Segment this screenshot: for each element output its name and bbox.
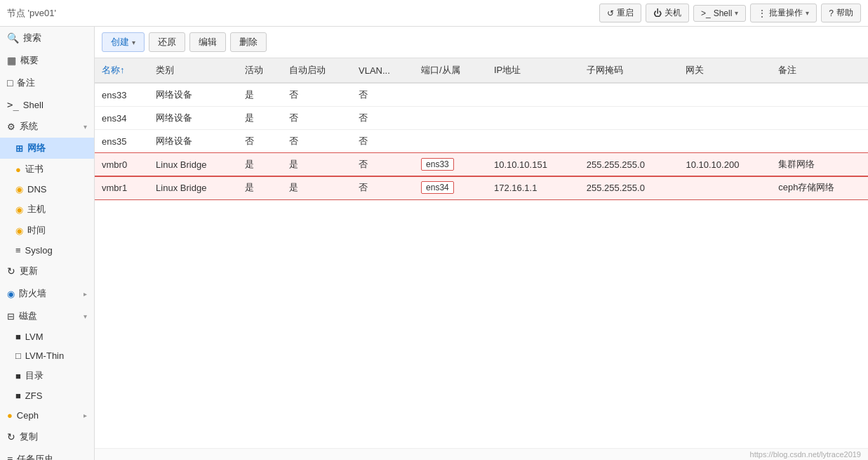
col-type[interactable]: 类别 bbox=[149, 58, 238, 83]
sidebar-label-zfs: ZFS bbox=[25, 390, 43, 401]
sidebar-item-ceph[interactable]: ● Ceph ▸ bbox=[0, 405, 94, 426]
cell-comment: ceph存储网络 bbox=[771, 176, 868, 199]
col-gateway[interactable]: 网关 bbox=[679, 58, 771, 83]
cell-vlan: 否 bbox=[352, 176, 414, 199]
col-autostart[interactable]: 自动启动 bbox=[282, 58, 352, 83]
shutdown-button[interactable]: ⏻ 关机 bbox=[646, 4, 689, 22]
ceph-expand-arrow: ▸ bbox=[84, 412, 87, 419]
sidebar-item-dns[interactable]: ◉ DNS bbox=[0, 180, 94, 199]
col-subnet[interactable]: 子网掩码 bbox=[580, 58, 679, 83]
sidebar-label-dir: 目录 bbox=[25, 369, 44, 382]
cell-vlan: 否 bbox=[352, 83, 414, 107]
sidebar-item-network[interactable]: ⊞ 网络 bbox=[0, 138, 94, 159]
create-button[interactable]: 创建 ▾ bbox=[102, 32, 145, 52]
sidebar-item-zfs[interactable]: ■ ZFS bbox=[0, 386, 94, 405]
table-row[interactable]: vmbr1Linux Bridge是是否ens34172.16.1.1255.2… bbox=[95, 176, 868, 199]
cell-comment bbox=[771, 107, 868, 130]
cell-gateway bbox=[679, 130, 771, 153]
task-icon: ≡ bbox=[7, 454, 13, 460]
cell-vlan: 否 bbox=[352, 130, 414, 153]
cell-subnet bbox=[580, 83, 679, 107]
cell-vlan: 否 bbox=[352, 107, 414, 130]
sidebar-item-time[interactable]: ◉ 时间 bbox=[0, 220, 94, 241]
bulk-ops-icon: ⋮ bbox=[758, 8, 766, 18]
power-icon: ⏻ bbox=[653, 8, 662, 18]
sidebar-item-firewall[interactable]: ◉ 防火墙 ▸ bbox=[0, 282, 94, 305]
table-header-row: 名称↑ 类别 活动 自动启动 VLAN... bbox=[95, 58, 868, 83]
sidebar-item-host[interactable]: ◉ 主机 bbox=[0, 199, 94, 220]
sidebar-label-system: 系统 bbox=[20, 120, 38, 133]
disk-expand-arrow: ▾ bbox=[84, 313, 87, 320]
cell-subnet bbox=[580, 107, 679, 130]
table-row[interactable]: vmbr0Linux Bridge是是否ens3310.10.10.151255… bbox=[95, 153, 868, 176]
table-row[interactable]: ens35网络设备否否否 bbox=[95, 130, 868, 153]
sidebar-item-syslog[interactable]: ≡ Syslog bbox=[0, 241, 94, 260]
sidebar-item-disk[interactable]: ⊟ 磁盘 ▾ bbox=[0, 305, 94, 327]
help-button[interactable]: ? 帮助 bbox=[821, 4, 861, 22]
sidebar-item-overview[interactable]: ▦ 概要 bbox=[0, 49, 94, 72]
sidebar-item-search[interactable]: 🔍 搜索 bbox=[0, 27, 94, 49]
col-vlan[interactable]: VLAN... bbox=[352, 58, 414, 83]
table-row[interactable]: ens34网络设备是否否 bbox=[95, 107, 868, 130]
col-active[interactable]: 活动 bbox=[238, 58, 282, 83]
cell-type: Linux Bridge bbox=[149, 153, 238, 176]
cell-comment bbox=[771, 130, 868, 153]
sidebar-label-firewall: 防火墙 bbox=[19, 287, 46, 300]
cell-port bbox=[414, 83, 487, 107]
sidebar-item-cert[interactable]: ● 证书 bbox=[0, 159, 94, 180]
bulk-ops-dropdown-arrow: ▾ bbox=[806, 9, 809, 17]
sidebar-item-update[interactable]: ↻ 更新 bbox=[0, 260, 94, 282]
restore-button[interactable]: 还原 bbox=[149, 32, 185, 52]
col-ip[interactable]: IP地址 bbox=[487, 58, 580, 83]
port-tag: ens34 bbox=[421, 181, 454, 194]
sidebar-item-shell[interactable]: >_ Shell bbox=[0, 94, 94, 115]
shell-button[interactable]: >_ Shell ▾ bbox=[693, 5, 746, 22]
cell-ip bbox=[487, 83, 580, 107]
host-icon: ◉ bbox=[15, 204, 23, 215]
sidebar-label-replicate: 复制 bbox=[20, 431, 38, 443]
col-name[interactable]: 名称↑ bbox=[95, 58, 149, 83]
shell-icon: >_ bbox=[7, 99, 19, 110]
cell-active: 是 bbox=[238, 176, 282, 199]
disk-icon: ⊟ bbox=[7, 311, 15, 322]
cell-autostart: 否 bbox=[282, 83, 352, 107]
col-port[interactable]: 端口/从属 bbox=[414, 58, 487, 83]
sidebar-label-time: 时间 bbox=[27, 224, 46, 237]
sidebar-item-lvm[interactable]: ■ LVM bbox=[0, 327, 94, 346]
table-body: ens33网络设备是否否ens34网络设备是否否ens35网络设备否否否vmbr… bbox=[95, 83, 868, 199]
cell-name: ens34 bbox=[95, 107, 149, 130]
search-icon: 🔍 bbox=[7, 32, 19, 44]
system-icon: ⚙ bbox=[7, 121, 15, 132]
cell-ip bbox=[487, 107, 580, 130]
cell-name: ens35 bbox=[95, 130, 149, 153]
sidebar-item-replicate[interactable]: ↻ 复制 bbox=[0, 426, 94, 448]
edit-button[interactable]: 编辑 bbox=[189, 32, 226, 52]
lvm-icon: ■ bbox=[15, 331, 21, 342]
cell-comment bbox=[771, 83, 868, 107]
layout: 🔍 搜索 ▦ 概要 □ 备注 >_ Shell ⚙ 系统 ▾ ⊞ 网络 bbox=[0, 27, 868, 460]
table-row[interactable]: ens33网络设备是否否 bbox=[95, 83, 868, 107]
sidebar-label-overview: 概要 bbox=[20, 54, 39, 67]
sidebar-label-network: 网络 bbox=[27, 142, 46, 155]
system-expand-arrow: ▾ bbox=[84, 123, 87, 131]
cell-port: ens33 bbox=[414, 153, 487, 176]
sidebar-label-lvm: LVM bbox=[25, 331, 44, 342]
sidebar-item-notes[interactable]: □ 备注 bbox=[0, 72, 94, 94]
sidebar-label-shell: Shell bbox=[23, 100, 44, 110]
sidebar-item-dir[interactable]: ■ 目录 bbox=[0, 365, 94, 386]
col-comment[interactable]: 备注 bbox=[771, 58, 868, 83]
bulk-ops-button[interactable]: ⋮ 批量操作 ▾ bbox=[750, 4, 817, 22]
sidebar-item-system[interactable]: ⚙ 系统 ▾ bbox=[0, 115, 94, 138]
sidebar-item-task[interactable]: ≡ 任务历史 bbox=[0, 448, 94, 460]
cell-ip: 172.16.1.1 bbox=[487, 176, 580, 199]
sidebar-item-lvmthin[interactable]: □ LVM-Thin bbox=[0, 346, 94, 365]
terminal-icon: >_ bbox=[701, 8, 711, 18]
delete-button[interactable]: 删除 bbox=[230, 32, 267, 52]
dns-icon: ◉ bbox=[15, 184, 23, 195]
replicate-icon: ↻ bbox=[7, 431, 15, 442]
sidebar-label-disk: 磁盘 bbox=[19, 310, 37, 322]
sidebar-label-host: 主机 bbox=[27, 203, 46, 216]
cell-name: vmbr1 bbox=[95, 176, 149, 199]
sidebar-label-search: 搜索 bbox=[23, 32, 41, 44]
restart-button[interactable]: ↺ 重启 bbox=[599, 4, 641, 22]
